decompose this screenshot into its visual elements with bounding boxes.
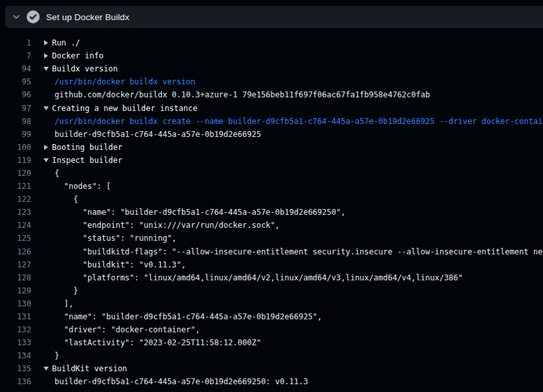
line-number[interactable]: 123 (0, 208, 31, 217)
line-number[interactable]: 133 (0, 338, 31, 347)
log-text: Docker info (52, 51, 103, 60)
collapse-group-icon[interactable] (44, 106, 49, 110)
log-line: 122 { (0, 193, 543, 206)
line-number[interactable]: 126 (0, 247, 31, 256)
log-line[interactable]: 97 Creating a new builder instance (0, 101, 543, 114)
log-line: 134 } (0, 349, 543, 362)
line-number[interactable]: 121 (0, 182, 31, 191)
line-number[interactable]: 134 (0, 351, 31, 360)
line-number[interactable]: 132 (0, 325, 31, 334)
log-line[interactable]: 135 BuildKit version (0, 362, 543, 375)
log-text: "name": "builder-d9cfb5a1-c764-445a-a57e… (55, 312, 322, 321)
log-text: { (55, 195, 78, 204)
log-text: "lastActivity": "2023-02-25T11:58:12.000… (55, 338, 261, 347)
log-text: Buildx version (52, 64, 118, 73)
log-text: } (55, 351, 59, 360)
line-number[interactable]: 136 (0, 377, 31, 386)
line-number[interactable]: 122 (0, 195, 31, 204)
line-number[interactable]: 94 (0, 64, 31, 73)
expand-group-icon[interactable] (44, 53, 48, 58)
collapse-group-icon[interactable] (44, 367, 49, 371)
log-line: 132 "driver": "docker-container", (0, 323, 543, 336)
log-line: 120 { (0, 167, 543, 180)
log-output[interactable]: 1 Run ./ 7 Docker info 94 Buildx version… (0, 28, 543, 392)
log-line[interactable]: 100 Booting builder (0, 141, 543, 154)
line-number[interactable]: 96 (0, 90, 31, 99)
log-text: "platforms": "linux/amd64,linux/amd64/v2… (55, 273, 463, 282)
collapse-group-icon[interactable] (44, 158, 49, 162)
log-line: 128 "platforms": "linux/amd64,linux/amd6… (0, 271, 543, 284)
log-line: 96 github.com/docker/buildx 0.10.3+azure… (0, 88, 543, 101)
expand-group-icon[interactable] (44, 40, 48, 45)
line-number[interactable]: 124 (0, 221, 31, 230)
line-number[interactable]: 129 (0, 286, 31, 295)
log-text: "status": "running", (55, 234, 177, 243)
log-text: github.com/docker/buildx 0.10.3+azure-1 … (55, 90, 430, 99)
chevron-down-icon[interactable] (12, 12, 21, 21)
log-text: BuildKit version (52, 364, 127, 373)
line-number[interactable]: 98 (0, 117, 31, 126)
log-line: 124 "endpoint": "unix:///var/run/docker.… (0, 219, 543, 232)
log-text: ], (55, 299, 73, 308)
line-number[interactable]: 1 (0, 38, 31, 47)
log-line[interactable]: 7 Docker info (0, 49, 543, 62)
line-number[interactable]: 100 (0, 143, 31, 152)
log-text: "buildkit": "v0.11.3", (55, 260, 186, 269)
line-number[interactable]: 120 (0, 169, 31, 178)
log-line: 99 builder-d9cfb5a1-c764-445a-a57e-0b19d… (0, 128, 543, 141)
collapse-group-icon[interactable] (44, 67, 49, 71)
log-line[interactable]: 119 Inspect builder (0, 154, 543, 167)
line-number[interactable]: 119 (0, 156, 31, 165)
log-text: builder-d9cfb5a1-c764-445a-a57e-0b19d2e6… (55, 130, 261, 139)
log-text: "driver": "docker-container", (55, 325, 200, 334)
line-number[interactable]: 135 (0, 364, 31, 373)
log-text: /usr/bin/docker buildx create --name bui… (55, 117, 543, 126)
log-line: 136 builder-d9cfb5a1-c764-445a-a57e-0b19… (0, 375, 543, 388)
expand-group-icon[interactable] (44, 145, 48, 150)
log-line[interactable]: 94 Buildx version (0, 62, 543, 75)
log-text: Inspect builder (52, 156, 122, 165)
line-number[interactable]: 95 (0, 77, 31, 86)
actions-log-viewer: Set up Docker Buildx 1 Run ./ 7 Docker i… (0, 0, 543, 392)
log-text: "endpoint": "unix:///var/run/docker.sock… (55, 221, 280, 230)
step-header[interactable]: Set up Docker Buildx (5, 6, 543, 28)
log-line: 127 "buildkit": "v0.11.3", (0, 258, 543, 271)
log-line: 130 ], (0, 297, 543, 310)
line-number[interactable]: 97 (0, 104, 31, 113)
log-text: } (55, 286, 78, 295)
log-line: 123 "name": "builder-d9cfb5a1-c764-445a-… (0, 206, 543, 219)
line-number[interactable]: 99 (0, 130, 31, 139)
line-number[interactable]: 125 (0, 234, 31, 243)
log-line[interactable]: 1 Run ./ (0, 36, 543, 49)
step-title: Set up Docker Buildx (46, 12, 129, 22)
line-number[interactable]: 7 (0, 51, 31, 60)
log-line: 133 "lastActivity": "2023-02-25T11:58:12… (0, 336, 543, 349)
check-circle-icon (27, 10, 40, 23)
log-text: "nodes": [ (55, 182, 111, 191)
log-text: "name": "builder-d9cfb5a1-c764-445a-a57e… (55, 208, 346, 217)
log-line: 126 "buildkitd-flags": "--allow-insecure… (0, 245, 543, 258)
line-number[interactable]: 131 (0, 312, 31, 321)
log-line: 125 "status": "running", (0, 232, 543, 245)
log-text: Creating a new builder instance (52, 104, 197, 113)
log-text: Run ./ (52, 38, 80, 47)
log-line: 98 /usr/bin/docker buildx create --name … (0, 115, 543, 128)
log-line: 129 } (0, 284, 543, 297)
line-number[interactable]: 130 (0, 299, 31, 308)
log-text: Booting builder (52, 143, 122, 152)
log-line: 131 "name": "builder-d9cfb5a1-c764-445a-… (0, 310, 543, 323)
log-text: builder-d9cfb5a1-c764-445a-a57e-0b19d2e6… (55, 377, 308, 386)
log-line: 121 "nodes": [ (0, 180, 543, 193)
log-text: { (55, 169, 59, 178)
line-number[interactable]: 128 (0, 273, 31, 282)
line-number[interactable]: 127 (0, 260, 31, 269)
log-text: "buildkitd-flags": "--allow-insecure-ent… (55, 247, 543, 256)
log-line: 95 /usr/bin/docker buildx version (0, 75, 543, 88)
log-text: /usr/bin/docker buildx version (55, 77, 196, 86)
